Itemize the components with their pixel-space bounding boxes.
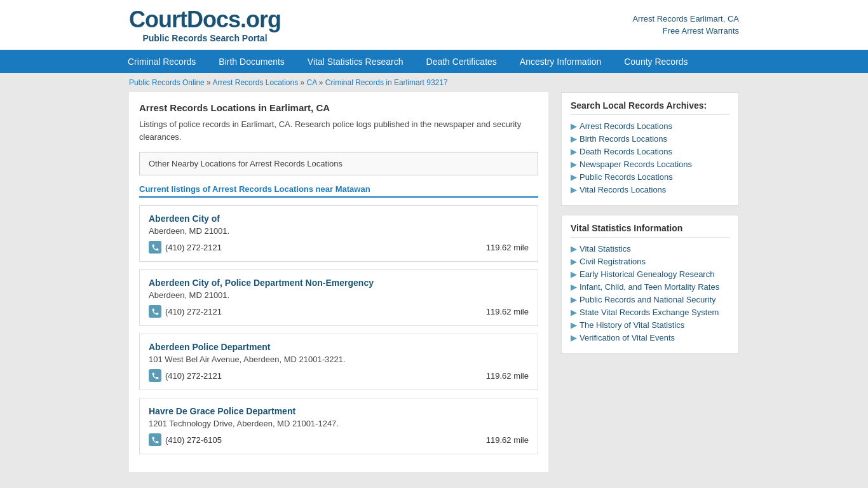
nearby-box: Other Nearby Locations for Arrest Record… [139, 152, 538, 175]
arrow-icon-3: ▶ [571, 159, 577, 169]
vital-arrow-icon-0: ▶ [571, 244, 577, 254]
vital-link-row-6: ▶The History of Vital Statistics [571, 320, 729, 330]
vital-link-3[interactable]: Infant, Child, and Teen Mortality Rates [580, 282, 719, 292]
phone-area-2: (410) 272-2121 [149, 369, 222, 382]
location-name-2[interactable]: Aberdeen Police Department [149, 342, 529, 352]
archive-link-row-5: ▶Vital Records Locations [571, 185, 729, 194]
location-distance-2: 119.62 mile [486, 371, 529, 381]
location-address-3: 1201 Technology Drive, Aberdeen, MD 2100… [149, 419, 529, 428]
location-distance-3: 119.62 mile [486, 435, 529, 445]
vital-arrow-icon-1: ▶ [571, 257, 577, 266]
location-card-2: Aberdeen Police Department101 West Bel A… [139, 334, 538, 390]
main-layout: Arrest Records Locations in Earlimart, C… [116, 92, 752, 485]
phone-icon-1 [149, 305, 161, 318]
location-name-0[interactable]: Aberdeen City of [149, 214, 529, 224]
vital-arrow-icon-3: ▶ [571, 282, 577, 292]
nav-item-criminal-records[interactable]: Criminal Records [116, 50, 207, 73]
location-distance-0: 119.62 mile [486, 243, 529, 252]
location-card-3: Havre De Grace Police Department1201 Tec… [139, 398, 538, 454]
vital-link-2[interactable]: Early Historical Genealogy Research [580, 269, 714, 279]
location-address-2: 101 West Bel Air Avenue, Aberdeen, MD 21… [149, 355, 529, 364]
sidebar: Search Local Records Archives: ▶Arrest R… [561, 92, 739, 472]
archives-links: ▶Arrest Records Locations▶Birth Records … [571, 121, 729, 194]
phone-area-1: (410) 272-2121 [149, 305, 222, 318]
location-name-1[interactable]: Aberdeen City of, Police Department Non-… [149, 278, 529, 288]
arrow-icon-2: ▶ [571, 147, 577, 156]
header-link-warrants[interactable]: Free Arrest Warrants [663, 26, 739, 36]
vital-link-row-3: ▶Infant, Child, and Teen Mortality Rates [571, 282, 729, 292]
breadcrumb-link-1[interactable]: Arrest Records Locations [212, 78, 298, 87]
vital-title: Vital Statistics Information [571, 223, 729, 238]
main-content: Arrest Records Locations in Earlimart, C… [129, 92, 548, 472]
vital-link-row-4: ▶Public Records and National Security [571, 295, 729, 304]
nav-item-vital-statistics-research[interactable]: Vital Statistics Research [296, 50, 415, 73]
phone-icon-2 [149, 369, 161, 382]
header-link-arrest[interactable]: Arrest Records Earlimart, CA [632, 14, 739, 24]
nav-item-ancestry-information[interactable]: Ancestry Information [508, 50, 613, 73]
header-links: Arrest Records Earlimart, CA Free Arrest… [632, 14, 739, 36]
vital-link-row-1: ▶Civil Registrations [571, 257, 729, 266]
vital-link-row-5: ▶State Vital Records Exchange System [571, 308, 729, 317]
vital-arrow-icon-4: ▶ [571, 295, 577, 304]
location-phone-row-0: (410) 272-2121119.62 mile [149, 241, 529, 254]
archive-link-row-1: ▶Birth Records Locations [571, 134, 729, 144]
archive-link-5[interactable]: Vital Records Locations [580, 185, 666, 194]
archive-link-4[interactable]: Public Records Locations [580, 172, 673, 182]
archive-link-row-3: ▶Newspaper Records Locations [571, 159, 729, 169]
archive-link-2[interactable]: Death Records Locations [580, 147, 672, 156]
location-name-3[interactable]: Havre De Grace Police Department [149, 406, 529, 416]
location-address-1: Aberdeen, MD 21001. [149, 290, 529, 300]
phone-number-2: (410) 272-2121 [165, 371, 222, 381]
breadcrumb-link-0[interactable]: Public Records Online [129, 78, 205, 87]
archive-link-row-2: ▶Death Records Locations [571, 147, 729, 156]
vital-box: Vital Statistics Information ▶Vital Stat… [561, 215, 739, 354]
vital-link-row-0: ▶Vital Statistics [571, 244, 729, 254]
archive-link-row-0: ▶Arrest Records Locations [571, 121, 729, 131]
vital-link-row-2: ▶Early Historical Genealogy Research [571, 269, 729, 279]
nav-item-county-records[interactable]: County Records [613, 50, 699, 73]
location-phone-row-2: (410) 272-2121119.62 mile [149, 369, 529, 382]
logo[interactable]: CourtDocs.org [129, 6, 281, 33]
vital-link-7[interactable]: Verification of Vital Events [580, 333, 675, 342]
breadcrumb-link-2[interactable]: CA [307, 78, 317, 87]
listings-header: Current listings of Arrest Records Locat… [139, 184, 538, 198]
archive-link-0[interactable]: Arrest Records Locations [580, 121, 672, 131]
vital-link-6[interactable]: The History of Vital Statistics [580, 320, 684, 330]
location-card-0: Aberdeen City ofAberdeen, MD 21001.(410)… [139, 205, 538, 262]
location-card-1: Aberdeen City of, Police Department Non-… [139, 269, 538, 326]
location-phone-row-3: (410) 272-6105119.62 mile [149, 433, 529, 446]
locations-list: Aberdeen City ofAberdeen, MD 21001.(410)… [139, 205, 538, 454]
nav-item-birth-documents[interactable]: Birth Documents [207, 50, 295, 73]
vital-link-row-7: ▶Verification of Vital Events [571, 333, 729, 342]
vital-arrow-icon-7: ▶ [571, 333, 577, 342]
vital-arrow-icon-5: ▶ [571, 308, 577, 317]
archives-title: Search Local Records Archives: [571, 100, 729, 115]
arrow-icon-0: ▶ [571, 121, 577, 131]
phone-number-1: (410) 272-2121 [165, 307, 222, 316]
vital-links: ▶Vital Statistics▶Civil Registrations▶Ea… [571, 244, 729, 342]
vital-link-5[interactable]: State Vital Records Exchange System [580, 308, 719, 317]
arrow-icon-5: ▶ [571, 185, 577, 194]
vital-arrow-icon-2: ▶ [571, 269, 577, 279]
logo-subtitle: Public Records Search Portal [129, 33, 281, 43]
nav-item-death-certificates[interactable]: Death Certificates [415, 50, 508, 73]
arrow-icon-1: ▶ [571, 134, 577, 144]
archive-link-1[interactable]: Birth Records Locations [580, 134, 667, 144]
breadcrumb: Public Records Online » Arrest Records L… [116, 78, 752, 87]
vital-link-1[interactable]: Civil Registrations [580, 257, 646, 266]
arrow-icon-4: ▶ [571, 172, 577, 182]
vital-link-0[interactable]: Vital Statistics [580, 244, 631, 254]
vital-link-4[interactable]: Public Records and National Security [580, 295, 716, 304]
phone-number-0: (410) 272-2121 [165, 243, 222, 252]
location-distance-1: 119.62 mile [486, 307, 529, 316]
site-header: CourtDocs.org Public Records Search Port… [0, 0, 868, 50]
archives-box: Search Local Records Archives: ▶Arrest R… [561, 92, 739, 206]
location-phone-row-1: (410) 272-2121119.62 mile [149, 305, 529, 318]
breadcrumb-link-3[interactable]: Criminal Records in Earlimart 93217 [325, 78, 448, 87]
page-title: Arrest Records Locations in Earlimart, C… [139, 102, 538, 113]
breadcrumb-separator: » [205, 78, 213, 87]
main-nav: Criminal RecordsBirth DocumentsVital Sta… [0, 50, 868, 73]
phone-icon-0 [149, 241, 161, 254]
archive-link-3[interactable]: Newspaper Records Locations [580, 159, 692, 169]
page-description: Listings of police records in Earlimart,… [139, 118, 538, 143]
